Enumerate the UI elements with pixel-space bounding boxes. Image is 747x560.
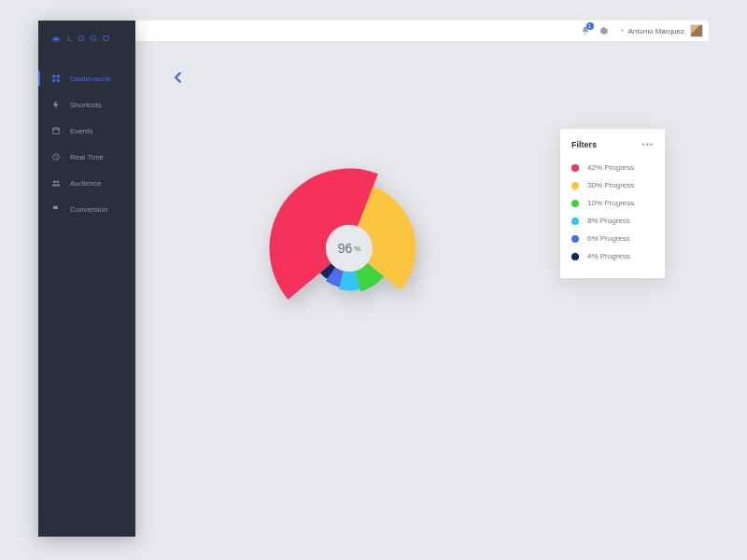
legend: 42% Progress30% Progress10% Progress8% P… — [571, 159, 654, 265]
sidebar-nav: Dashboards Shortcuts Events Real Time Au… — [38, 65, 135, 222]
sidebar: L O G O Dashboards Shortcuts Events Real… — [38, 21, 135, 537]
sidebar-item-label: Shortcuts — [70, 101, 102, 109]
legend-label: 4% Progress — [587, 252, 630, 260]
svg-rect-3 — [57, 79, 60, 82]
legend-label: 10% Progress — [587, 199, 634, 207]
legend-label: 8% Progress — [587, 217, 630, 225]
brand-name: L O G O — [67, 34, 111, 43]
legend-item[interactable]: 8% Progress — [571, 212, 654, 230]
legend-swatch — [571, 235, 579, 243]
topbar: 1 Antonio Marquez — [134, 21, 709, 41]
calendar-icon — [51, 126, 61, 135]
legend-label: 6% Progress — [587, 234, 630, 243]
legend-swatch — [571, 200, 579, 207]
sidebar-item-label: Conversion — [70, 205, 107, 214]
grid-icon — [51, 74, 61, 83]
svg-point-6 — [53, 181, 56, 184]
notification-badge: 1 — [586, 22, 594, 30]
nav-item-conversion[interactable]: Conversion — [38, 196, 135, 222]
avatar — [690, 24, 703, 37]
filters-card: Filters ••• 42% Progress30% Progress10% … — [560, 129, 665, 278]
svg-rect-1 — [57, 75, 60, 77]
sidebar-item-label: Real Time — [70, 153, 104, 161]
people-icon — [51, 178, 61, 188]
user-menu[interactable]: Antonio Marquez — [619, 24, 703, 37]
nav-item-audience[interactable]: Audience — [38, 170, 135, 196]
notifications-button[interactable]: 1 — [580, 25, 591, 36]
filters-title: Filters — [571, 140, 597, 149]
flag-icon — [51, 204, 61, 214]
crown-icon — [51, 34, 61, 43]
legend-item[interactable]: 10% Progress — [571, 194, 654, 212]
chart-center-label: 96 % — [326, 225, 373, 272]
chevron-down-icon — [619, 27, 626, 35]
nav-item-shortcuts[interactable]: Shortcuts — [38, 91, 135, 118]
nav-item-dashboards[interactable]: Dashboards — [38, 65, 135, 91]
sidebar-item-label: Dashboards — [70, 75, 110, 83]
sidebar-item-label: Audience — [70, 179, 101, 188]
svg-point-7 — [56, 181, 59, 184]
legend-item[interactable]: 30% Progress — [571, 176, 654, 194]
svg-rect-4 — [53, 128, 60, 133]
pie-chart: 96 % — [265, 164, 433, 332]
legend-item[interactable]: 6% Progress — [571, 230, 654, 247]
bolt-icon — [51, 100, 61, 109]
center-unit: % — [354, 245, 360, 253]
legend-swatch — [571, 217, 579, 225]
svg-rect-2 — [52, 79, 55, 82]
user-name: Antonio Marquez — [628, 27, 684, 35]
legend-swatch — [571, 182, 579, 189]
legend-swatch — [571, 253, 579, 260]
brand-logo: L O G O — [38, 21, 135, 56]
settings-button[interactable] — [599, 25, 610, 36]
center-value: 96 — [338, 241, 353, 256]
back-button[interactable] — [172, 69, 185, 88]
legend-swatch — [571, 164, 579, 172]
nav-item-real-time[interactable]: Real Time — [38, 144, 135, 170]
legend-label: 30% Progress — [587, 181, 634, 189]
legend-item[interactable]: 4% Progress — [571, 247, 654, 265]
filters-more-button[interactable]: ••• — [642, 140, 654, 149]
legend-item[interactable]: 42% Progress — [571, 159, 654, 176]
sidebar-item-label: Events — [70, 127, 92, 135]
legend-label: 42% Progress — [587, 163, 634, 172]
clock-icon — [51, 152, 61, 161]
svg-rect-0 — [52, 75, 55, 77]
nav-item-events[interactable]: Events — [38, 118, 135, 144]
